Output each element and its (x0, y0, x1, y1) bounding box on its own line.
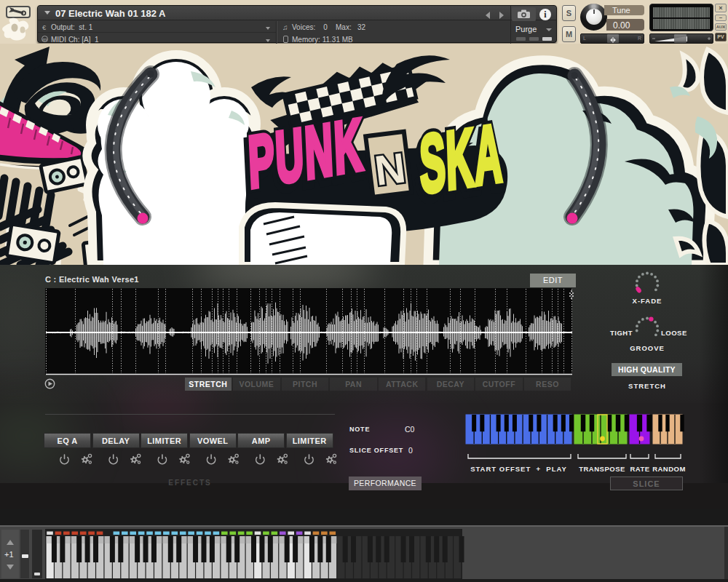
svg-text:SKA: SKA (419, 107, 505, 210)
svg-text:N: N (372, 143, 408, 194)
